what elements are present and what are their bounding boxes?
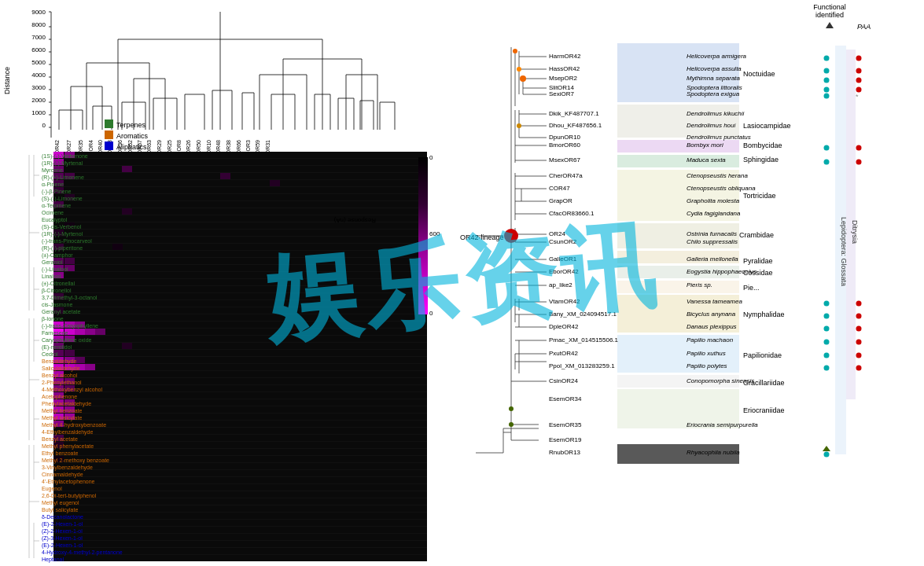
dot-pxut-teal — [824, 353, 830, 358]
svg-text:(-)-trans-Pinocarveol: (-)-trans-Pinocarveol — [42, 238, 92, 244]
svg-rect-207 — [53, 435, 427, 441]
dot-pxut-red — [856, 353, 862, 358]
svg-rect-141 — [53, 258, 427, 264]
svg-text:Ocimene: Ocimene — [42, 210, 64, 215]
svg-text:4000: 4000 — [31, 72, 46, 79]
dot-msex-red — [856, 160, 862, 165]
svg-text:Pmac_XM_014515506.1: Pmac_XM_014515506.1 — [549, 336, 619, 344]
svg-rect-180 — [53, 364, 427, 370]
svg-rect-154 — [53, 307, 427, 314]
dot-harm-red — [856, 56, 862, 61]
svg-rect-198 — [53, 406, 427, 413]
svg-text:Benzaldehyde: Benzaldehyde — [42, 358, 76, 365]
triangle-esem — [823, 446, 830, 451]
svg-text:0: 0 — [429, 310, 433, 317]
svg-text:Acetophenone: Acetophenone — [42, 394, 77, 400]
svg-text:α-Terpinene: α-Terpinene — [42, 203, 71, 209]
dot-vtam-teal — [824, 301, 830, 307]
svg-text:β-Ionone: β-Ionone — [42, 316, 64, 322]
svg-text:Dendrolimus houi: Dendrolimus houi — [687, 122, 735, 129]
node-circle-6 — [509, 422, 514, 427]
svg-text:Benzyl alcohol: Benzyl alcohol — [42, 373, 78, 379]
svg-text:Myrcene: Myrcene — [42, 167, 63, 174]
svg-text:7000: 7000 — [31, 34, 46, 41]
svg-text:4-Ethylbenzaldehyde: 4-Ethylbenzaldehyde — [42, 429, 93, 436]
svg-text:Mythimna separata: Mythimna separata — [687, 75, 741, 82]
svg-text:1000: 1000 — [31, 109, 46, 116]
svg-text:(1S)-(-)-Verbenone: (1S)-(-)-Verbenone — [42, 153, 88, 160]
dot-msep-red — [856, 78, 862, 83]
svg-text:CsinOR24: CsinOR24 — [549, 377, 578, 384]
svg-text:HarmOR42: HarmOR42 — [549, 53, 581, 60]
cross-rnub: × — [856, 449, 860, 458]
svg-text:Bany_XM_024094517.1: Bany_XM_024094517.1 — [549, 311, 617, 318]
svg-rect-193 — [53, 392, 427, 399]
svg-text:Dhou_KF487656.1: Dhou_KF487656.1 — [549, 122, 602, 129]
svg-text:Caryophyllene oxide: Caryophyllene oxide — [42, 337, 92, 344]
svg-text:Butyl salicylate: Butyl salicylate — [42, 507, 78, 513]
svg-rect-211 — [53, 449, 427, 455]
dot-ppol-red — [856, 366, 862, 371]
svg-text:(Z)-2-Hexen-1-ol: (Z)-2-Hexen-1-ol — [42, 528, 83, 535]
svg-rect-167 — [53, 336, 427, 342]
svg-rect-105 — [105, 142, 113, 150]
svg-rect-157 — [53, 322, 427, 328]
svg-text:BmorOR60: BmorOR60 — [549, 142, 581, 149]
svg-text:(R)-(-)-piperitone: (R)-(-)-piperitone — [42, 245, 83, 252]
svg-rect-212 — [53, 456, 427, 462]
svg-text:Pie...: Pie... — [743, 284, 760, 292]
svg-text:Papilio xuthus: Papilio xuthus — [687, 350, 726, 357]
dot-vtam-red — [856, 301, 862, 307]
dot-bmor-red — [856, 145, 862, 151]
svg-text:RnubOR13: RnubOR13 — [549, 449, 581, 456]
svg-rect-304 — [418, 157, 428, 314]
svg-text:4-Hydroxy-4-methyl-2-pentanone: 4-Hydroxy-4-methyl-2-pentanone — [42, 549, 123, 556]
svg-text:Lasiocampidae: Lasiocampidae — [743, 122, 791, 130]
svg-rect-214 — [53, 463, 427, 469]
svg-text:CherOR47a: CherOR47a — [549, 172, 583, 179]
svg-rect-116 — [53, 173, 427, 179]
svg-rect-140 — [53, 251, 427, 257]
svg-rect-151 — [53, 293, 427, 300]
svg-text:Geraniol: Geraniol — [42, 259, 63, 265]
dot-slit-red — [856, 87, 862, 93]
svg-rect-195 — [53, 399, 427, 406]
svg-text:Cedrol: Cedrol — [42, 351, 58, 357]
svg-text:Pyralidae: Pyralidae — [743, 257, 773, 265]
svg-text:Methyl 2-methoxy benzoate: Methyl 2-methoxy benzoate — [42, 458, 109, 464]
svg-text:Farnesene: Farnesene — [42, 330, 68, 336]
svg-rect-201 — [53, 413, 427, 420]
or42-lineage-circle — [504, 229, 518, 243]
dot-harm-teal — [824, 56, 830, 61]
svg-rect-227 — [53, 555, 427, 561]
svg-text:Methyl eugenol: Methyl eugenol — [42, 500, 79, 506]
svg-rect-129 — [53, 208, 427, 215]
svg-text:2-Phenylethanol: 2-Phenylethanol — [42, 380, 82, 386]
family-labels: Noctuidae Lasiocampidae Bombycidae Sphin… — [739, 70, 791, 414]
svg-text:Ctenopseustis obliquana: Ctenopseustis obliquana — [687, 185, 756, 192]
dot-slit-teal — [824, 87, 830, 93]
svg-text:Chilo suppressalis: Chilo suppressalis — [687, 238, 738, 245]
svg-text:Dkik_KF487707.1: Dkik_KF487707.1 — [549, 110, 599, 117]
svg-text:3000: 3000 — [31, 84, 46, 91]
svg-text:DpunOR10: DpunOR10 — [549, 134, 581, 141]
svg-text:Methyl salicylate: Methyl salicylate — [42, 415, 82, 421]
svg-text:Eriocraniidae: Eriocraniidae — [743, 406, 785, 414]
svg-rect-134 — [53, 230, 427, 236]
svg-text:Aromatics: Aromatics — [116, 132, 149, 140]
svg-text:(S)-cis-Verbenol: (S)-cis-Verbenol — [42, 224, 82, 230]
svg-text:EsemOR34: EsemOR34 — [549, 395, 582, 402]
svg-text:Pieris sp.: Pieris sp. — [687, 281, 712, 289]
svg-text:GrapOR: GrapOR — [549, 197, 572, 204]
identified-label: identified — [815, 11, 844, 19]
svg-rect-173 — [53, 350, 427, 356]
svg-text:6000: 6000 — [31, 46, 46, 53]
svg-text:Sphingidae: Sphingidae — [743, 156, 779, 164]
svg-text:Ethyl benzoate: Ethyl benzoate — [42, 450, 78, 457]
svg-text:Linalool: Linalool — [42, 274, 61, 279]
svg-text:β-Citronellol: β-Citronellol — [42, 288, 72, 294]
svg-text:Bombyx mori: Bombyx mori — [687, 142, 723, 149]
svg-rect-125 — [53, 194, 427, 200]
dot-pmac-red — [856, 340, 862, 345]
svg-text:Eriocrania semipurpurella: Eriocrania semipurpurella — [687, 421, 758, 428]
